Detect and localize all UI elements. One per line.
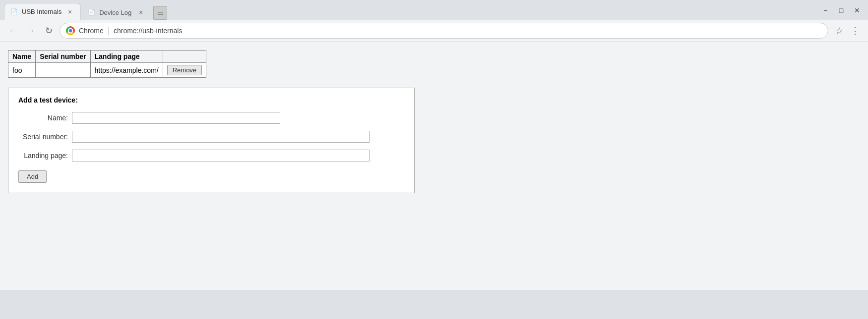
table-row: foo https://example.com/ Remove [8, 63, 206, 78]
serial-label: Serial number: [18, 133, 68, 141]
table-cell-serial [36, 63, 90, 78]
reload-button[interactable]: ↻ [42, 24, 56, 38]
tab-device-log-icon: 📄 [88, 9, 95, 16]
tab-page-icon: 📄 [10, 8, 18, 15]
form-row-serial: Serial number: [18, 131, 404, 143]
table-header-serial: Serial number [36, 51, 90, 63]
table-cell-remove: Remove [163, 63, 206, 78]
toolbar: ← → ↻ Chrome | chrome://usb-internals ☆ … [0, 20, 868, 42]
address-bar[interactable]: Chrome | chrome://usb-internals [60, 23, 828, 39]
window-controls: − □ ✕ [818, 3, 864, 20]
maximize-button[interactable]: □ [834, 3, 848, 17]
close-button[interactable]: ✕ [850, 3, 864, 17]
add-device-title: Add a test device: [18, 96, 404, 104]
tab-device-log-label: Device Log [99, 9, 132, 16]
tab-device-log-close[interactable]: × [136, 8, 145, 17]
table-cell-name: foo [8, 63, 36, 78]
device-table: Name Serial number Landing page foo http… [8, 50, 206, 78]
chrome-logo-icon [66, 26, 75, 35]
tab-usb-internals-close[interactable]: × [65, 7, 74, 16]
add-device-box: Add a test device: Name: Serial number: … [8, 88, 415, 193]
serial-input[interactable] [72, 131, 370, 143]
site-name: Chrome [79, 27, 104, 35]
bookmark-button[interactable]: ☆ [832, 24, 846, 38]
back-button[interactable]: ← [6, 24, 20, 38]
name-input[interactable] [72, 112, 280, 124]
landing-input[interactable] [72, 150, 370, 161]
landing-label: Landing page: [18, 152, 68, 160]
minimize-button[interactable]: − [818, 3, 832, 17]
new-tab-button[interactable]: ▭ [153, 6, 167, 20]
tab-usb-internals-label: USB Internals [22, 8, 62, 15]
tab-usb-internals[interactable]: 📄 USB Internals × [4, 3, 81, 20]
add-button[interactable]: Add [18, 170, 47, 183]
forward-button[interactable]: → [24, 24, 38, 38]
table-cell-landing: https://example.com/ [90, 63, 163, 78]
page-content: Name Serial number Landing page foo http… [0, 42, 868, 290]
table-header-landing: Landing page [90, 51, 163, 63]
table-header-name: Name [8, 51, 36, 63]
tab-device-log[interactable]: 📄 Device Log × [82, 5, 151, 20]
remove-button[interactable]: Remove [167, 65, 202, 75]
address-url: chrome://usb-internals [114, 27, 183, 35]
form-row-landing: Landing page: [18, 150, 404, 161]
address-separator: | [108, 26, 110, 35]
form-row-name: Name: [18, 112, 404, 124]
table-header-action [163, 51, 206, 63]
toolbar-right: ☆ ⋮ [832, 24, 862, 38]
title-bar: 📄 USB Internals × 📄 Device Log × ▭ − □ ✕ [0, 0, 868, 20]
name-label: Name: [18, 114, 68, 122]
tab-bar: 📄 USB Internals × 📄 Device Log × ▭ [4, 3, 818, 20]
menu-button[interactable]: ⋮ [848, 24, 862, 38]
